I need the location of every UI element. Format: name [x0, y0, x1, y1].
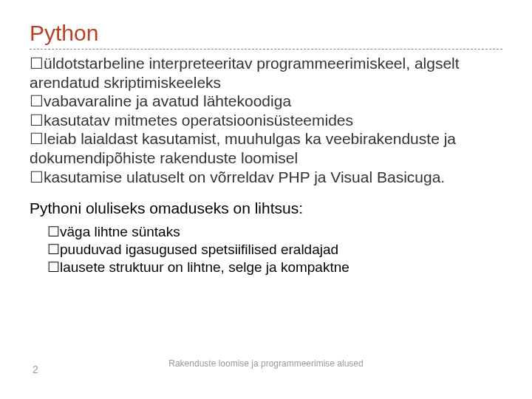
bullet-item: ☐väga lihtne süntaks	[47, 223, 502, 241]
bullet-symbol: ☐	[47, 224, 60, 239]
bullet-text: puuduvad igasugused spetsiifilised erald…	[60, 242, 338, 257]
bullet-symbol: ☐	[30, 112, 44, 129]
bullet-text: üldotstarbeline interpreteeritav program…	[30, 55, 460, 91]
bullet-item: ☐kasutatav mitmetes operatsioonisüsteemi…	[30, 111, 502, 130]
footer-text: Rakenduste loomise ja programmeerimise a…	[0, 358, 532, 369]
bullet-item: ☐kasutamise ulatuselt on võrreldav PHP j…	[30, 168, 502, 187]
bullet-item: ☐vabavaraline ja avatud lähtekoodiga	[30, 92, 502, 111]
bullet-symbol: ☐	[30, 168, 44, 185]
page-number: 2	[33, 364, 38, 375]
bullet-text: lausete struktuur on lihtne, selge ja ko…	[60, 259, 349, 275]
bullet-item: ☐lausete struktuur on lihtne, selge ja k…	[47, 259, 502, 276]
bullet-text: kasutamise ulatuselt on võrreldav PHP ja…	[44, 168, 445, 185]
subheading: Pythoni oluliseks omaduseks on lihtsus:	[30, 200, 502, 217]
slide-container: Python ☐üldotstarbeline interpreteeritav…	[0, 0, 532, 276]
bullet-text: kasutatav mitmetes operatsioonisüsteemid…	[44, 112, 353, 129]
bullet-text: väga lihtne süntaks	[60, 224, 180, 239]
bullet-symbol: ☐	[47, 242, 60, 257]
bullet-item: ☐puuduvad igasugused spetsiifilised eral…	[47, 241, 502, 259]
bullet-text: leiab laialdast kasutamist, muuhulgas ka…	[30, 130, 456, 166]
slide-title: Python	[30, 21, 502, 46]
bullet-item: ☐leiab laialdast kasutamist, muuhulgas k…	[30, 129, 502, 167]
bullet-symbol: ☐	[30, 130, 44, 147]
sub-bullet-list: ☐väga lihtne süntaks ☐puuduvad igasuguse…	[30, 223, 502, 276]
bullet-item: ☐üldotstarbeline interpreteeritav progra…	[30, 54, 502, 92]
main-bullet-list: ☐üldotstarbeline interpreteeritav progra…	[30, 54, 502, 186]
bullet-symbol: ☐	[47, 259, 60, 275]
bullet-symbol: ☐	[30, 92, 44, 109]
bullet-symbol: ☐	[30, 55, 44, 72]
title-divider	[30, 49, 502, 50]
bullet-text: vabavaraline ja avatud lähtekoodiga	[44, 92, 291, 109]
